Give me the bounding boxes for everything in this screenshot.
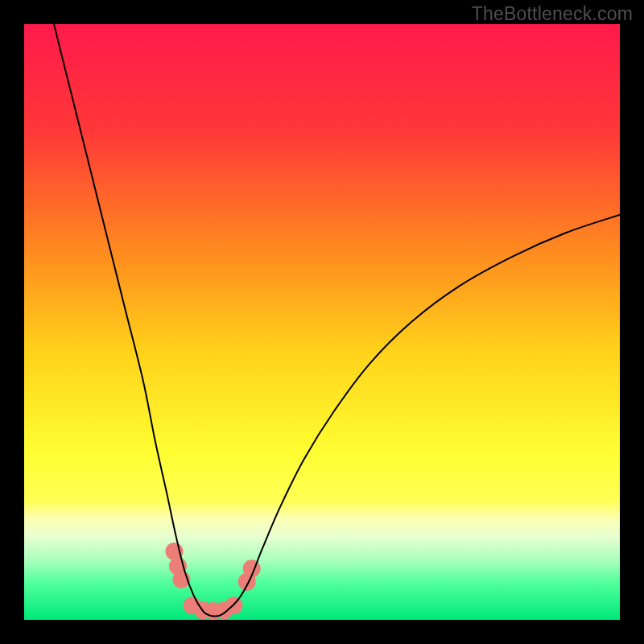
bottleneck-curve bbox=[54, 24, 620, 617]
chart-svg bbox=[24, 24, 620, 620]
watermark-text: TheBottleneck.com bbox=[472, 3, 633, 25]
plot-area bbox=[24, 24, 620, 620]
chart-frame: TheBottleneck.com bbox=[0, 0, 644, 644]
